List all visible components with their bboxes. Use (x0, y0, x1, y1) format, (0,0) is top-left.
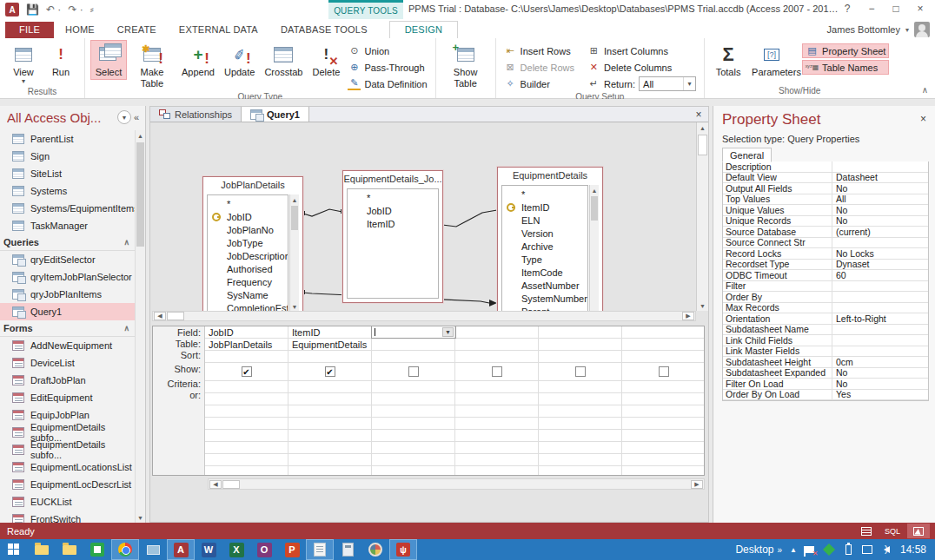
show-cell[interactable]: ✔ (288, 363, 372, 380)
nav-item-form[interactable]: DraftJobPlan (0, 372, 135, 389)
empty-cell[interactable] (205, 430, 288, 441)
table-cell[interactable]: EquipmentDetails (288, 339, 372, 350)
property-value[interactable] (832, 161, 928, 172)
insert-columns-button[interactable]: ⊞ Insert Columns (585, 43, 699, 58)
show-checkbox[interactable]: ✔ (659, 366, 669, 377)
empty-cell[interactable] (205, 405, 288, 417)
field-cell[interactable]: ▼ (539, 326, 622, 338)
sort-cell[interactable] (372, 351, 455, 362)
empty-cell[interactable] (372, 418, 455, 429)
show-checkbox[interactable]: ✔ (575, 366, 586, 377)
field-item[interactable]: JobPlanNo (208, 223, 288, 236)
canvas-vertical-scrollbar[interactable]: ▲ ▼ (696, 122, 708, 311)
show-cell[interactable]: ✔ (372, 363, 455, 380)
field-item[interactable]: JobID (208, 210, 288, 223)
redo-icon[interactable]: ↷ · (68, 4, 83, 15)
scrollbar-thumb[interactable] (222, 480, 240, 489)
scroll-left-icon[interactable]: ◀ (209, 480, 222, 489)
show-cell[interactable]: ✔ (205, 363, 288, 380)
criteria-cell[interactable] (205, 381, 288, 392)
empty-cell[interactable] (622, 466, 704, 475)
minimize-button[interactable]: − (860, 0, 883, 17)
tray-expand-icon[interactable]: ▲ (790, 546, 797, 554)
scrollbar-thumb[interactable] (167, 312, 184, 320)
scrollbar-thumb[interactable] (591, 196, 598, 221)
design-view-button[interactable] (907, 524, 930, 538)
insert-rows-button[interactable]: ⇤ Insert Rows (501, 43, 577, 58)
or-cell[interactable] (622, 393, 704, 405)
field-item[interactable]: Type (502, 253, 587, 266)
table-cell[interactable] (372, 339, 455, 350)
empty-cell[interactable] (372, 442, 455, 453)
property-value[interactable] (832, 303, 928, 313)
field-cell[interactable]: ▼ (372, 326, 455, 338)
nav-item-table[interactable]: TaskManager (0, 217, 135, 234)
show-cell[interactable]: ✔ (622, 363, 704, 380)
field-item[interactable]: AssetNumber (502, 279, 587, 292)
show-cell[interactable]: ✔ (539, 363, 622, 380)
nav-item-form[interactable]: EquipmentDetails subfo... (0, 441, 135, 458)
builder-button[interactable]: ✧ Builder (501, 76, 577, 91)
append-button[interactable]: +! Append (177, 40, 219, 80)
scrollbar-thumb[interactable] (698, 135, 707, 155)
field-list-equipmentdetails[interactable]: EquipmentDetails * ItemID (497, 167, 603, 311)
desktop-toolbar[interactable]: Desktop » (735, 544, 782, 556)
empty-cell[interactable] (455, 442, 539, 453)
field-item[interactable]: * (208, 197, 288, 210)
nav-scrollbar[interactable]: ▲ ▼ (135, 130, 145, 523)
tab-create[interactable]: CREATE (106, 22, 168, 38)
property-value[interactable] (832, 292, 928, 302)
show-checkbox[interactable]: ✔ (242, 366, 252, 377)
save-icon[interactable]: 💾 (26, 4, 39, 15)
table-title[interactable]: JobPlanDetails (203, 177, 302, 193)
tab-general[interactable]: General (722, 148, 772, 162)
property-value[interactable]: Dynaset (832, 260, 928, 270)
scrollbar-thumb[interactable] (291, 206, 298, 230)
nav-item-query[interactable]: qryJobPlanItems (0, 286, 135, 303)
field-cell[interactable]: ItemID ▼ (288, 326, 372, 338)
property-value[interactable]: No (832, 183, 928, 194)
delete-columns-button[interactable]: ✕ Delete Columns (585, 60, 699, 75)
empty-cell[interactable] (372, 454, 455, 465)
property-value[interactable]: No (832, 216, 928, 227)
property-value[interactable] (832, 238, 928, 248)
document-close-icon[interactable]: × (693, 109, 705, 121)
file-explorer-icon-2[interactable] (56, 539, 83, 560)
empty-cell[interactable] (455, 418, 539, 429)
nav-item-table[interactable]: ParentList (0, 130, 135, 148)
field-list-scrollbar[interactable]: ▲ ▼ (589, 185, 599, 311)
crosstab-button[interactable]: Crosstab (260, 40, 307, 80)
nav-item-table[interactable]: Systems (0, 182, 135, 200)
scroll-left-icon[interactable]: ◀ (154, 312, 166, 320)
paint-app-icon[interactable] (361, 539, 389, 560)
sync-app-tray-icon[interactable] (824, 544, 835, 556)
field-item[interactable]: * (348, 191, 438, 204)
totals-button[interactable]: Σ Totals (710, 40, 746, 80)
field-item[interactable]: JobDescription (208, 249, 288, 262)
empty-cell[interactable] (288, 442, 372, 453)
table-title[interactable]: EquipmentDetails_Jo... (343, 171, 442, 187)
empty-cell[interactable] (622, 442, 704, 453)
field-item[interactable]: ELN (502, 214, 587, 227)
nav-item-form[interactable]: DeviceList (0, 354, 135, 372)
field-item[interactable]: JobID (348, 204, 438, 217)
empty-cell[interactable] (288, 430, 372, 441)
scrollbar-thumb[interactable] (136, 142, 144, 247)
show-checkbox[interactable]: ✔ (408, 366, 419, 377)
field-item[interactable]: CompletionEsti (208, 301, 288, 311)
nav-item-table[interactable]: Systems/EquipmentItems (0, 200, 135, 217)
scroll-right-icon[interactable]: ▶ (691, 480, 703, 489)
empty-cell[interactable] (455, 466, 539, 475)
tab-design[interactable]: DESIGN (389, 21, 458, 38)
select-button[interactable]: Select (90, 40, 127, 80)
or-cell[interactable] (205, 393, 288, 405)
empty-cell[interactable] (372, 405, 455, 417)
field-cell[interactable]: ▼ (622, 326, 704, 338)
empty-cell[interactable] (539, 454, 622, 465)
empty-cell[interactable] (288, 454, 372, 465)
field-item[interactable]: ItemID (502, 201, 587, 214)
collapse-ribbon-icon[interactable]: ∧ (922, 85, 928, 95)
scroll-up-icon[interactable]: ▲ (697, 122, 708, 133)
empty-cell[interactable] (455, 430, 539, 441)
display-app-icon[interactable] (139, 539, 167, 560)
